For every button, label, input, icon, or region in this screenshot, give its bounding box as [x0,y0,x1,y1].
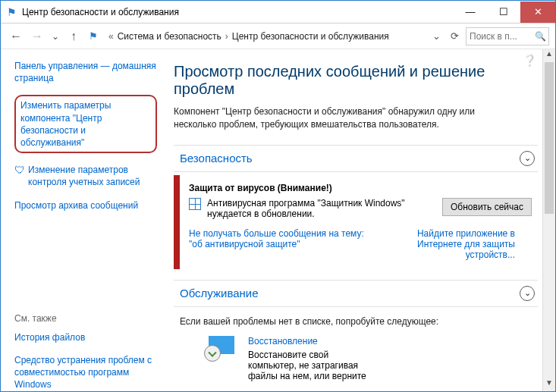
search-icon[interactable]: 🔍 [532,31,548,42]
scroll-down-button[interactable]: ▼ [543,378,555,391]
maintenance-heading: Обслуживание [180,287,520,299]
sidebar-file-history-link[interactable]: История файлов [14,332,85,343]
security-section-header[interactable]: Безопасность ⌄ [174,145,538,172]
security-section: Безопасность ⌄ Защита от вирусов (Вниман… [174,145,538,269]
close-button[interactable]: ✕ [520,2,555,23]
flag-icon: ⚑ [1,6,22,18]
find-app-link[interactable]: Найдите приложение в Интернете для защит… [394,228,515,260]
nav-bar: ← → ⌄ ↑ ⚑ « Система и безопасность › Цен… [1,24,555,49]
refresh-button[interactable]: ⟳ [446,28,463,45]
back-button[interactable]: ← [7,27,25,45]
security-heading: Безопасность [180,152,520,165]
window-title: Центр безопасности и обслуживания [22,7,454,17]
up-button[interactable]: ↑ [64,27,83,45]
address-flag-icon: ⚑ [86,30,101,42]
address-dropdown-icon[interactable]: ⌄ [428,28,444,45]
forward-button[interactable]: → [28,27,46,45]
recovery-icon [204,336,236,362]
breadcrumb-item-1[interactable]: Система и безопасность [118,31,221,42]
shield-icon: 🛡 [14,165,25,175]
search-box[interactable]: 🔍 [466,27,549,45]
sidebar-change-settings-link[interactable]: Изменить параметры компонента "Центр без… [14,95,157,153]
sidebar-home-link[interactable]: Панель управления — домашняя страница [14,61,156,83]
maintenance-hint: Если вашей проблемы нет в списке, попроб… [180,316,538,327]
see-also-heading: См. также [14,313,157,324]
chevron-down-icon[interactable]: ⌄ [520,286,535,301]
minimize-button[interactable]: — [454,2,487,23]
vertical-scrollbar[interactable]: ▲ ▼ [542,49,555,391]
recovery-link[interactable]: Восстановление [248,336,369,347]
main-content: Просмотр последних сообщений и решение п… [160,49,542,391]
scroll-thumb[interactable] [545,62,554,214]
page-title: Просмотр последних сообщений и решение п… [174,63,538,98]
recovery-block: Восстановление Восстановите свой компьют… [174,336,538,381]
sidebar: Панель управления — домашняя страница Из… [1,49,160,391]
alert-text: Антивирусная программа "Защитник Windows… [207,198,436,219]
recovery-text: Восстановите свой компьютер, не затрагив… [248,350,369,381]
chevron-right-icon: › [223,31,231,42]
breadcrumb[interactable]: « Система и безопасность › Центр безопас… [104,27,425,45]
maximize-button[interactable]: ☐ [487,2,520,23]
search-input[interactable] [466,31,532,42]
maintenance-section-header[interactable]: Обслуживание ⌄ [174,280,538,307]
sidebar-compat-troubleshoot-link[interactable]: Средство устранения проблем с совместимо… [14,355,152,390]
windows-defender-icon [189,198,201,210]
page-subtitle: Компонент "Центр безопасности и обслужив… [174,105,507,131]
alert-title: Защита от вирусов (Внимание!) [189,183,532,193]
sidebar-uac-link[interactable]: Изменение параметров контроля учетных за… [28,164,157,188]
scroll-track[interactable] [543,62,555,378]
sidebar-archive-link[interactable]: Просмотр архива сообщений [14,200,138,211]
content-area: ❔ Панель управления — домашняя страница … [1,49,555,391]
history-dropdown[interactable]: ⌄ [49,31,61,42]
update-now-button[interactable]: Обновить сейчас [442,198,532,216]
breadcrumb-item-2[interactable]: Центр безопасности и обслуживания [232,31,389,42]
breadcrumb-root[interactable]: « [106,31,116,42]
maintenance-section: Обслуживание ⌄ Если вашей проблемы нет в… [174,280,538,381]
chevron-down-icon[interactable]: ⌄ [520,151,535,166]
suppress-messages-link[interactable]: Не получать больше сообщения на тему: "о… [189,228,371,260]
title-bar: ⚑ Центр безопасности и обслуживания — ☐ … [1,1,555,24]
virus-alert: Защита от вирусов (Внимание!) Антивирусн… [174,175,538,269]
address-tools: ⌄ ⟳ [428,28,463,45]
scroll-up-button[interactable]: ▲ [543,49,555,62]
